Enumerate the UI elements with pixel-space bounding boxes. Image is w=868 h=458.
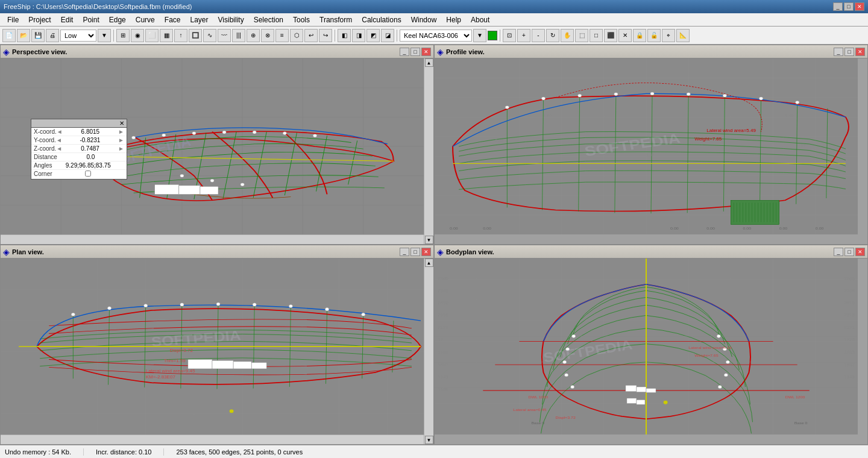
- toolbar-open[interactable]: 📂: [17, 29, 30, 42]
- toolbar-top[interactable]: ◪: [381, 29, 394, 42]
- perspective-scrollbar-h[interactable]: [1, 234, 424, 244]
- toolbar-sep1: [113, 30, 114, 42]
- toolbar-pan[interactable]: ✋: [561, 29, 574, 42]
- maximize-button[interactable]: □: [844, 2, 854, 11]
- menu-selection[interactable]: Selection: [249, 14, 288, 25]
- plan-close-btn[interactable]: ✕: [421, 248, 431, 256]
- toolbar-btn4[interactable]: ⬡: [290, 29, 303, 42]
- toolbar-measure[interactable]: 📐: [676, 29, 690, 42]
- svg-point-24: [222, 131, 226, 134]
- svg-point-27: [313, 134, 316, 137]
- toolbar-rotate[interactable]: ↻: [546, 29, 559, 42]
- toolbar-unlock[interactable]: 🔓: [647, 29, 661, 42]
- perspective-canvas[interactable]: ✕ X-coord. ◄ 6.8015 ► Y-coord. ◄ -0.8231…: [1, 58, 424, 234]
- toolbar-normals[interactable]: ↑: [174, 29, 187, 42]
- toolbar-save[interactable]: 💾: [31, 29, 45, 42]
- perspective-scrollbar-v[interactable]: ▲ ▼: [424, 58, 433, 244]
- toolbar-delete[interactable]: ✕: [618, 29, 632, 42]
- toolbar-stations[interactable]: |||: [232, 29, 245, 42]
- menu-face[interactable]: Face: [160, 14, 186, 25]
- svg-text:Lateral area=0.45: Lateral area=0.45: [513, 408, 546, 412]
- plan-canvas[interactable]: Displ=3.72 Trim=1.59 Lateral wind area=9…: [1, 259, 424, 434]
- scroll-up-arrow[interactable]: ▲: [425, 58, 433, 67]
- svg-rect-187: [627, 398, 637, 404]
- scroll-down-arrow[interactable]: ▼: [425, 236, 433, 244]
- profile-maximize-btn[interactable]: □: [844, 48, 854, 56]
- toolbar-invert[interactable]: ⬛: [604, 29, 617, 42]
- svg-point-177: [565, 374, 568, 377]
- toolbar-select-all[interactable]: ⬚: [575, 29, 588, 42]
- toolbar-new[interactable]: 📄: [2, 29, 16, 42]
- toolbar-curvature[interactable]: ∿: [203, 29, 216, 42]
- perspective-maximize-btn[interactable]: □: [410, 48, 420, 56]
- toolbar-edges[interactable]: ⬜: [145, 29, 159, 42]
- toolbar-select-none[interactable]: □: [590, 29, 603, 42]
- toolbar-print[interactable]: 🖨: [46, 29, 59, 42]
- bodyplan-close-btn[interactable]: ✕: [855, 248, 865, 256]
- toolbar-redo[interactable]: ↪: [319, 29, 332, 42]
- plan-minimize-btn[interactable]: _: [400, 248, 409, 256]
- bodyplan-minimize-btn[interactable]: _: [834, 248, 843, 256]
- menu-project[interactable]: Project: [24, 14, 55, 25]
- toolbar-shaded[interactable]: 🔲: [189, 29, 202, 42]
- bodyplan-maximize-btn[interactable]: □: [844, 248, 854, 256]
- svg-rect-186: [646, 389, 656, 393]
- coord-box-close[interactable]: ✕: [119, 120, 124, 127]
- profile-minimize-btn[interactable]: _: [834, 48, 843, 56]
- plan-scroll-down[interactable]: ▼: [425, 436, 433, 444]
- bodyplan-view-content[interactable]: 2900 2705 2510 2316 2121 19 1731 1537 13…: [435, 259, 867, 444]
- bodyplan-canvas[interactable]: 2900 2705 2510 2316 2121 19 1731 1537 13…: [435, 259, 858, 434]
- toolbar-layer-down[interactable]: ▼: [98, 29, 111, 42]
- menu-layer[interactable]: Layer: [185, 14, 213, 25]
- plan-scrollbar-v[interactable]: ▲ ▼: [424, 259, 433, 444]
- toolbar-layer-select[interactable]: Low: [60, 30, 96, 42]
- toolbar-undo[interactable]: ↩: [304, 29, 318, 42]
- toolbar-snap[interactable]: ⌖: [662, 29, 675, 42]
- plan-view-content[interactable]: Displ=3.72 Trim=1.59 Lateral wind area=9…: [1, 259, 433, 444]
- menu-calculations[interactable]: Calculations: [357, 14, 406, 25]
- menu-tools[interactable]: Tools: [288, 14, 315, 25]
- minimize-button[interactable]: _: [833, 2, 843, 11]
- menu-file[interactable]: File: [2, 14, 24, 25]
- svg-text:2705: 2705: [438, 288, 448, 293]
- perspective-view-content[interactable]: ✕ X-coord. ◄ 6.8015 ► Y-coord. ◄ -0.8231…: [1, 58, 433, 244]
- profile-canvas[interactable]: Lateral wind area=5.49 Weight=7.65 1.04 …: [435, 58, 858, 234]
- toolbar-model-select[interactable]: Keel NACA63-006: [400, 30, 472, 42]
- toolbar-dropdown-arrow[interactable]: ▼: [473, 29, 486, 42]
- toolbar-front[interactable]: ◨: [352, 29, 365, 42]
- menu-visibility[interactable]: Visibility: [213, 14, 249, 25]
- menu-edge[interactable]: Edge: [104, 14, 131, 25]
- plan-view-panel: ◈ Plan view. _ □ ✕: [0, 245, 434, 445]
- close-button[interactable]: ✕: [855, 2, 864, 11]
- plan-scroll-up[interactable]: ▲: [425, 259, 433, 267]
- profile-view-content[interactable]: Lateral wind area=5.49 Weight=7.65 1.04 …: [435, 58, 867, 244]
- toolbar-hydro[interactable]: 〰: [218, 29, 231, 42]
- toolbar-zoom-in[interactable]: +: [517, 29, 530, 42]
- menu-edit[interactable]: Edit: [56, 14, 78, 25]
- menu-window[interactable]: Window: [406, 14, 442, 25]
- corner-checkbox[interactable]: [85, 171, 91, 177]
- menu-curve[interactable]: Curve: [131, 14, 160, 25]
- menu-point[interactable]: Point: [78, 14, 104, 25]
- menu-transform[interactable]: Transform: [315, 14, 357, 25]
- toolbar-btn1[interactable]: ⊕: [247, 29, 260, 42]
- toolbar-points[interactable]: ◉: [131, 29, 144, 42]
- toolbar-zoom-fit[interactable]: ⊡: [503, 29, 516, 42]
- toolbar-side[interactable]: ◩: [366, 29, 380, 42]
- profile-close-btn[interactable]: ✕: [855, 48, 865, 56]
- plan-maximize-btn[interactable]: □: [410, 248, 420, 256]
- perspective-close-btn[interactable]: ✕: [421, 48, 431, 56]
- toolbar-btn3[interactable]: ≡: [275, 29, 289, 42]
- coord-corner-row: Corner: [31, 170, 127, 179]
- toolbar-zoom-out[interactable]: -: [532, 29, 545, 42]
- toolbar-grid[interactable]: ⊞: [116, 29, 130, 42]
- toolbar-faces[interactable]: ▦: [160, 29, 173, 42]
- toolbar-perspective[interactable]: ◧: [338, 29, 351, 42]
- toolbar-btn2[interactable]: ⊗: [261, 29, 274, 42]
- toolbar-lock[interactable]: 🔒: [633, 29, 646, 42]
- perspective-minimize-btn[interactable]: _: [400, 48, 409, 56]
- menu-help[interactable]: Help: [441, 14, 466, 25]
- svg-text:2121: 2121: [438, 325, 448, 330]
- menu-about[interactable]: About: [466, 14, 494, 25]
- plan-scrollbar-h[interactable]: [1, 434, 424, 444]
